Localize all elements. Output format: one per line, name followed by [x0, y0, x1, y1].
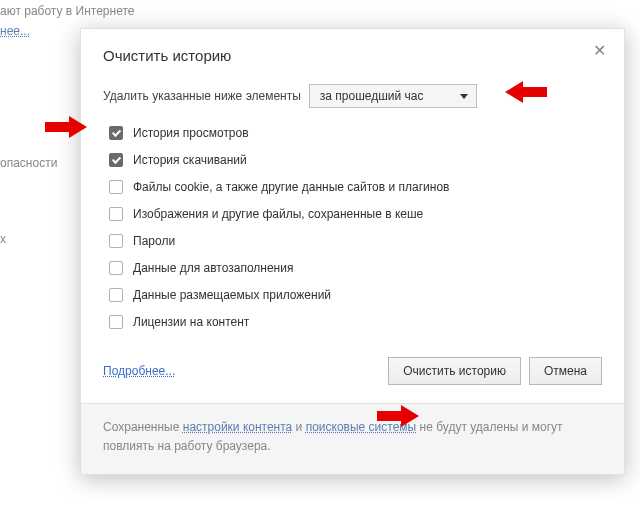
footer-link-content-settings[interactable]: настройки контента	[183, 420, 293, 434]
cancel-button[interactable]: Отмена	[529, 357, 602, 385]
more-link[interactable]: Подробнее...	[103, 364, 175, 378]
clear-history-button[interactable]: Очистить историю	[388, 357, 521, 385]
option-label: История просмотров	[133, 126, 249, 140]
option-passwords[interactable]: Пароли	[109, 234, 602, 248]
option-label: Данные размещаемых приложений	[133, 288, 331, 302]
time-period-row: Удалить указанные ниже элементы за проше…	[103, 84, 602, 108]
option-download-history[interactable]: История скачиваний	[109, 153, 602, 167]
bg-text-3: х	[0, 232, 6, 246]
chevron-down-icon	[460, 94, 468, 99]
dialog-footer: Сохраненные настройки контента и поисков…	[81, 403, 624, 474]
time-period-dropdown[interactable]: за прошедший час	[309, 84, 477, 108]
dialog-bottom-bar: Подробнее... Очистить историю Отмена	[103, 357, 602, 385]
footer-text: Сохраненные	[103, 420, 183, 434]
time-period-value: за прошедший час	[320, 89, 424, 103]
close-icon[interactable]: ✕	[593, 43, 606, 59]
footer-link-search-engines[interactable]: поисковые системы	[306, 420, 417, 434]
option-content-licenses[interactable]: Лицензии на контент	[109, 315, 602, 329]
time-period-label: Удалить указанные ниже элементы	[103, 89, 301, 103]
option-cached-files[interactable]: Изображения и другие файлы, сохраненные …	[109, 207, 602, 221]
option-label: История скачиваний	[133, 153, 247, 167]
dialog-title: Очистить историю	[103, 47, 602, 64]
checkbox-icon	[109, 126, 123, 140]
option-browsing-history[interactable]: История просмотров	[109, 126, 602, 140]
bg-text-1: ают работу в Интернете	[0, 4, 134, 18]
option-label: Данные для автозаполнения	[133, 261, 293, 275]
checkbox-icon	[109, 315, 123, 329]
option-autofill[interactable]: Данные для автозаполнения	[109, 261, 602, 275]
checkbox-icon	[109, 288, 123, 302]
clear-history-dialog: ✕ Очистить историю Удалить указанные ниж…	[80, 28, 625, 475]
checkbox-icon	[109, 234, 123, 248]
button-group: Очистить историю Отмена	[388, 357, 602, 385]
checkbox-icon	[109, 261, 123, 275]
option-label: Изображения и другие файлы, сохраненные …	[133, 207, 423, 221]
bg-text-link: нее...	[0, 24, 30, 38]
option-cookies[interactable]: Файлы cookie, а также другие данные сайт…	[109, 180, 602, 194]
checkbox-icon	[109, 180, 123, 194]
checkbox-icon	[109, 153, 123, 167]
checkbox-icon	[109, 207, 123, 221]
option-label: Файлы cookie, а также другие данные сайт…	[133, 180, 449, 194]
options-list: История просмотров История скачиваний Фа…	[109, 126, 602, 329]
option-label: Лицензии на контент	[133, 315, 249, 329]
footer-text: и	[292, 420, 305, 434]
bg-text-2: опасности	[0, 156, 57, 170]
dialog-body: Очистить историю Удалить указанные ниже …	[81, 29, 624, 403]
option-label: Пароли	[133, 234, 175, 248]
option-hosted-apps[interactable]: Данные размещаемых приложений	[109, 288, 602, 302]
